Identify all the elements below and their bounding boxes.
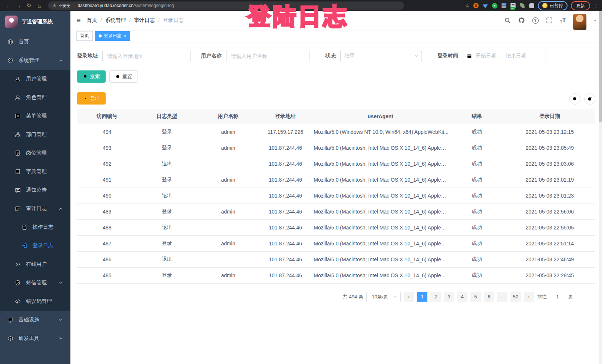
page-3-button[interactable]: 3 xyxy=(444,292,454,302)
refresh-table-button[interactable] xyxy=(584,93,595,105)
table-row[interactable]: 494 登录 admin 117.159.17.226 Mozilla/5.0 … xyxy=(77,124,595,140)
breadcrumb-system[interactable]: 系统管理 xyxy=(105,17,126,24)
search-icon[interactable] xyxy=(504,17,511,24)
chat-icon xyxy=(15,187,21,193)
cell-login-address: 101.87.244.46 xyxy=(259,140,312,156)
table-row[interactable]: 489 登录 admin 101.87.244.46 Mozilla/5.0 (… xyxy=(77,203,595,219)
sidebar-item-post-mgmt[interactable]: 岗位管理 xyxy=(0,144,70,162)
breadcrumb-audit-log[interactable]: 审计日志 xyxy=(134,17,155,24)
sidebar-item-notice[interactable]: 通知公告 xyxy=(0,181,70,199)
page-50-button[interactable]: 50 xyxy=(510,292,521,302)
sidebar-item-infrastructure[interactable]: 基础设施 xyxy=(0,311,70,329)
browser-reload-button[interactable]: ↻ xyxy=(24,1,33,10)
profile-emoji-icon xyxy=(542,3,548,8)
page-more-button[interactable]: ··· xyxy=(497,292,507,302)
user-icon xyxy=(15,76,21,82)
cell-log-type: 退出 xyxy=(137,219,197,235)
chevron-down-icon[interactable]: ▾ xyxy=(594,18,596,23)
username-input[interactable] xyxy=(226,50,310,62)
login-date-range-picker[interactable]: 开始日期 - 结束日期 xyxy=(463,50,546,62)
sidebar-item-system[interactable]: 系统管理 xyxy=(0,51,70,70)
cell-access-id: 486 xyxy=(77,251,137,267)
page-2-button[interactable]: 2 xyxy=(430,292,441,302)
reset-button[interactable]: 重置 xyxy=(109,70,138,83)
badge-icon xyxy=(15,150,21,156)
sidebar-item-online-users[interactable]: 在线用户 xyxy=(0,255,70,274)
extension-icon-leaf[interactable] xyxy=(519,3,525,9)
cell-login-date: 2021-05-03 23:05:49 xyxy=(504,140,595,156)
next-page-button[interactable]: › xyxy=(524,292,534,302)
fullscreen-icon[interactable] xyxy=(546,17,553,24)
cell-log-type: 登录 xyxy=(137,172,197,188)
extension-icon-gem[interactable] xyxy=(482,3,488,9)
sidebar-item-home[interactable]: 首页 xyxy=(0,33,70,51)
login-icon xyxy=(22,243,27,249)
table-row[interactable]: 492 退出 101.87.244.46 Mozilla/5.0 (Macint… xyxy=(77,156,595,172)
browser-home-button[interactable]: ⌂ xyxy=(35,1,44,10)
table-row[interactable]: 490 退出 101.87.244.46 Mozilla/5.0 (Macint… xyxy=(77,188,595,203)
table-row[interactable]: 486 退出 101.87.244.46 Mozilla/5.0 (Macint… xyxy=(77,251,595,267)
table-row[interactable]: 491 登录 admin 101.87.244.46 Mozilla/5.0 (… xyxy=(77,172,595,188)
sidebar-item-menu-mgmt[interactable]: 菜单管理 xyxy=(0,107,70,125)
sidebar-item-operation-log[interactable]: 操作日志 xyxy=(0,218,70,236)
not-secure-warning[interactable]: ⚠ 不安全 xyxy=(53,3,70,9)
github-icon[interactable] xyxy=(518,17,525,24)
sidebar-item-dept-mgmt[interactable]: 部门管理 xyxy=(0,125,70,144)
extension-icon-puzzle[interactable] xyxy=(529,3,535,9)
navbar: ≡ 首页 / 系统管理 / 审计日志 / 登录日志 ? TT ▾ xyxy=(70,11,602,30)
page-5-button[interactable]: 5 xyxy=(470,292,481,302)
font-size-icon[interactable]: TT xyxy=(560,17,566,24)
profile-paused-pill[interactable]: 已暂停 xyxy=(538,1,568,10)
address-bar[interactable]: ⚠ 不安全 │ dashboard.yudao.iocoder.cn/syste… xyxy=(48,1,404,10)
cell-username: admin xyxy=(197,124,259,140)
extension-icon-list[interactable]: on xyxy=(510,3,516,9)
browser-update-button[interactable]: 更新 xyxy=(571,1,590,10)
table-row[interactable]: 487 登录 admin 101.87.244.46 Mozilla/5.0 (… xyxy=(77,235,595,251)
hamburger-icon[interactable]: ≡ xyxy=(76,16,81,25)
extension-icon-heart[interactable]: ♥ xyxy=(492,3,497,9)
user-avatar[interactable] xyxy=(573,14,586,30)
navbar-actions: ? TT ▾ xyxy=(504,11,596,30)
browser-menu-icon[interactable]: ⋮ xyxy=(593,3,598,9)
table-row[interactable]: 485 登录 admin 101.87.244.46 Mozilla/5.0 (… xyxy=(77,267,595,283)
box-icon xyxy=(7,335,13,341)
date-end-placeholder: 结束日期 xyxy=(506,53,526,59)
cell-login-address: 101.87.244.46 xyxy=(259,188,312,203)
monitor-icon xyxy=(7,317,13,323)
sidebar-item-audit-log[interactable]: 审计日志 xyxy=(0,199,70,218)
close-icon[interactable]: × xyxy=(124,33,126,39)
extension-icon-grid[interactable] xyxy=(501,3,507,9)
page-6-button[interactable]: 6 xyxy=(484,292,494,302)
table-row[interactable]: 488 退出 101.87.244.46 Mozilla/5.0 (Macint… xyxy=(77,219,595,235)
table-row[interactable]: 493 登录 admin 101.87.244.46 Mozilla/5.0 (… xyxy=(77,140,595,156)
extension-icon-orange[interactable] xyxy=(473,3,479,9)
help-icon[interactable]: ? xyxy=(532,17,539,24)
scrollbar-thumb[interactable] xyxy=(599,11,602,122)
prev-page-button[interactable]: ‹ xyxy=(404,292,414,302)
sidebar-item-error-code[interactable]: 错误码管理 xyxy=(0,292,70,311)
export-button[interactable]: 导出 xyxy=(77,92,106,105)
sidebar-logo-row[interactable]: 芋道管理系统 xyxy=(0,11,70,33)
sidebar-item-login-log[interactable]: 登录日志 xyxy=(0,236,70,255)
search-button[interactable]: 搜索 xyxy=(77,70,106,83)
page-4-button[interactable]: 4 xyxy=(457,292,467,302)
toggle-search-button[interactable] xyxy=(569,93,580,105)
page-scrollbar[interactable] xyxy=(599,11,602,364)
page-1-button[interactable]: 1 xyxy=(417,292,427,302)
sidebar-item-sms-mgmt[interactable]: 短信管理 xyxy=(0,274,70,292)
browser-forward-button[interactable]: → xyxy=(14,1,23,10)
tab-home[interactable]: 首页 xyxy=(76,31,93,41)
page-size-select[interactable]: 10条/页 xyxy=(366,292,401,302)
sidebar-item-dev-tools[interactable]: 研发工具 xyxy=(0,329,70,348)
sidebar-item-user-mgmt[interactable]: 用户管理 xyxy=(0,70,70,88)
sidebar-item-role-mgmt[interactable]: 角色管理 xyxy=(0,88,70,107)
status-select[interactable]: 结果 xyxy=(340,50,422,62)
sidebar-item-dict-mgmt[interactable]: 字典管理 xyxy=(0,162,70,181)
bookmark-star-icon[interactable]: ☆ xyxy=(465,3,470,9)
goto-page-input[interactable] xyxy=(550,292,565,302)
login-address-input[interactable] xyxy=(102,50,191,62)
code-icon xyxy=(15,298,21,304)
breadcrumb-home[interactable]: 首页 xyxy=(87,17,97,24)
browser-back-button[interactable]: ← xyxy=(4,1,13,10)
tab-login-log[interactable]: 登录日志 × xyxy=(95,31,130,41)
